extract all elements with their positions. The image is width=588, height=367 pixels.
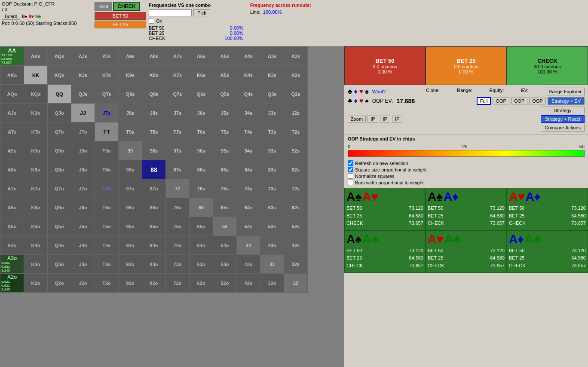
- grid-cell-64s[interactable]: 64s: [237, 198, 260, 217]
- grid-cell-ajo[interactable]: AJo: [0, 104, 24, 122]
- grid-cell-q8o[interactable]: Q8o: [48, 160, 71, 179]
- grid-cell-q5o[interactable]: Q5o: [48, 217, 71, 236]
- grid-cell-q3s[interactable]: Q3s: [260, 85, 284, 104]
- grid-cell-a6s[interactable]: A6s: [190, 47, 213, 66]
- card-pair-2[interactable]: A♥A♦BET 5073.120BET 2564.580CHECK73.657: [507, 188, 588, 230]
- grid-cell-j5s[interactable]: J5s: [213, 104, 237, 122]
- grid-cell-k6s[interactable]: K6s: [190, 66, 213, 85]
- grid-cell-j8o[interactable]: J8o: [71, 160, 95, 179]
- grid-cell-k2s[interactable]: K2s: [284, 66, 308, 85]
- grid-cell-t2o[interactable]: T2o: [95, 274, 119, 293]
- grid-cell-q7o[interactable]: Q7o: [48, 179, 71, 198]
- card-pair-0[interactable]: A♠A♣BET 5073.120BET 2564.580CHECK73.657: [344, 230, 426, 273]
- bars-checkbox[interactable]: [348, 180, 353, 185]
- grid-cell-k3o[interactable]: K3o: [24, 255, 48, 274]
- compare-actions-btn[interactable]: Compare Actions: [541, 124, 585, 132]
- strategy-react-btn[interactable]: Strategy + React: [541, 115, 585, 123]
- grid-cell-62o[interactable]: 62o: [190, 274, 213, 293]
- card-pair-1[interactable]: A♠A♦BET 5073.120BET 2564.580CHECK73.657: [426, 188, 507, 230]
- grid-cell-j7o[interactable]: J7o: [71, 179, 95, 198]
- grid-cell-k5s[interactable]: K5s: [213, 66, 237, 85]
- strategy-ev-btn[interactable]: Strategy + EV: [548, 97, 585, 105]
- grid-cell-aa[interactable]: AA73.12064.58073.657: [0, 47, 24, 66]
- grid-cell-33[interactable]: 33: [260, 255, 284, 274]
- grid-cell-aqs[interactable]: AQs: [48, 47, 71, 66]
- grid-cell-a9o[interactable]: A9o: [0, 141, 24, 160]
- grid-cell-t5s[interactable]: T5s: [213, 122, 237, 141]
- grid-cell-q2s[interactable]: Q2s: [284, 85, 308, 104]
- grid-cell-t7s[interactable]: T7s: [166, 122, 190, 141]
- grid-cell-t4o[interactable]: T4o: [95, 236, 119, 255]
- grid-cell-qto[interactable]: QTo: [48, 122, 71, 141]
- grid-cell-75o[interactable]: 75o: [166, 217, 190, 236]
- grid-cell-jj[interactable]: JJ: [71, 104, 95, 122]
- grid-cell-qjs[interactable]: QJs: [71, 85, 95, 104]
- grid-cell-kts[interactable]: KTs: [95, 66, 119, 85]
- grid-cell-kjs[interactable]: KJs: [71, 66, 95, 85]
- grid-cell-k3s[interactable]: K3s: [260, 66, 284, 85]
- root-button[interactable]: Root: [95, 2, 112, 11]
- grid-cell-87o[interactable]: 87o: [142, 179, 166, 198]
- grid-cell-87s[interactable]: 87s: [166, 160, 190, 179]
- grid-cell-jto[interactable]: JTo: [71, 122, 95, 141]
- grid-cell-q7s[interactable]: Q7s: [166, 85, 190, 104]
- grid-cell-aqo[interactable]: AQo: [0, 85, 24, 104]
- grid-cell-54s[interactable]: 54s: [237, 217, 260, 236]
- grid-cell-k7o[interactable]: K7o: [24, 179, 48, 198]
- grid-cell-98o[interactable]: 98o: [119, 160, 142, 179]
- grid-cell-a7s[interactable]: A7s: [166, 47, 190, 66]
- grid-cell-ajs[interactable]: AJs: [71, 47, 95, 66]
- grid-cell-k7s[interactable]: K7s: [166, 66, 190, 85]
- grid-cell-93s[interactable]: 93s: [260, 141, 284, 160]
- grid-cell-ato[interactable]: ATo: [0, 122, 24, 141]
- grid-cell-j5o[interactable]: J5o: [71, 217, 95, 236]
- grid-cell-t8s[interactable]: T8s: [142, 122, 166, 141]
- grid-cell-99[interactable]: 99: [119, 141, 142, 160]
- grid-cell-55[interactable]: 55: [213, 217, 237, 236]
- action-bet25-btn[interactable]: BET 25 0.0 combos 0.00 %: [426, 46, 507, 85]
- grid-cell-j6o[interactable]: J6o: [71, 198, 95, 217]
- grid-cell-j9o[interactable]: J9o: [71, 141, 95, 160]
- grid-cell-43o[interactable]: 43o: [237, 255, 260, 274]
- grid-cell-q9s[interactable]: Q9s: [119, 85, 142, 104]
- grid-cell-22[interactable]: 22: [284, 274, 308, 293]
- grid-cell-kqs[interactable]: KQs: [48, 66, 71, 85]
- grid-cell-j2s[interactable]: J2s: [284, 104, 308, 122]
- grid-cell-85s[interactable]: 85s: [213, 160, 237, 179]
- grid-cell-q3o[interactable]: Q3o: [48, 255, 71, 274]
- grid-cell-a3s[interactable]: A3s: [260, 47, 284, 66]
- grid-cell-95o[interactable]: 95o: [119, 217, 142, 236]
- grid-cell-62s[interactable]: 62s: [284, 198, 308, 217]
- grid-cell-a2s[interactable]: A2s: [284, 47, 308, 66]
- grid-cell-ats[interactable]: ATs: [95, 47, 119, 66]
- grid-cell-ako[interactable]: AKo: [0, 66, 24, 85]
- grid-cell-93o[interactable]: 93o: [119, 255, 142, 274]
- grid-cell-88[interactable]: 88: [142, 160, 166, 179]
- grid-cell-75s[interactable]: 75s: [213, 179, 237, 198]
- grid-cell-tt[interactable]: TT: [95, 122, 119, 141]
- grid-cell-65o[interactable]: 65o: [190, 217, 213, 236]
- zoom-btn[interactable]: Zoom: [348, 116, 366, 122]
- grid-cell-a4o[interactable]: A4o: [0, 236, 24, 255]
- grid-cell-k6o[interactable]: K6o: [24, 198, 48, 217]
- grid-cell-74s[interactable]: 74s: [237, 179, 260, 198]
- grid-cell-85o[interactable]: 85o: [142, 217, 166, 236]
- grid-cell-jts[interactable]: JTs: [95, 104, 119, 122]
- grid-cell-k4o[interactable]: K4o: [24, 236, 48, 255]
- grid-cell-k8o[interactable]: K8o: [24, 160, 48, 179]
- grid-cell-q8s[interactable]: Q8s: [142, 85, 166, 104]
- grid-cell-k9o[interactable]: K9o: [24, 141, 48, 160]
- grid-cell-44[interactable]: 44: [237, 236, 260, 255]
- range-explorer-btn[interactable]: Range Explorer: [546, 88, 585, 95]
- grid-cell-84s[interactable]: 84s: [237, 160, 260, 179]
- grid-cell-t5o[interactable]: T5o: [95, 217, 119, 236]
- normalize-checkbox[interactable]: [348, 173, 353, 179]
- grid-cell-94s[interactable]: 94s: [237, 141, 260, 160]
- grid-cell-84o[interactable]: 84o: [142, 236, 166, 255]
- grid-cell-32s[interactable]: 32s: [284, 255, 308, 274]
- grid-cell-qjo[interactable]: QJo: [48, 104, 71, 122]
- grid-cell-66[interactable]: 66: [190, 198, 213, 217]
- action-check-btn[interactable]: CHECK 30.0 combos 100.00 %: [507, 46, 588, 85]
- grid-cell-82o[interactable]: 82o: [142, 274, 166, 293]
- grid-cell-a7o[interactable]: A7o: [0, 179, 24, 198]
